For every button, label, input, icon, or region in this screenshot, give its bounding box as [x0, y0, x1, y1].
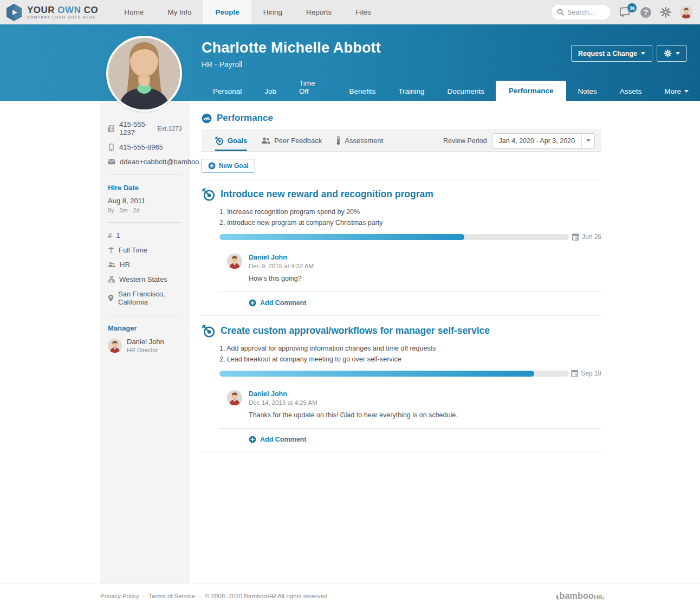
employee-photo[interactable] [106, 36, 182, 112]
privacy-policy-link[interactable]: Privacy Policy [100, 593, 139, 599]
gear-icon [664, 49, 672, 57]
add-comment-button[interactable]: Add Comment [249, 299, 601, 307]
plus-circle-icon [208, 162, 216, 170]
comment-text: How's this going? [249, 275, 314, 282]
goal-item: Create custom approval/workflows for man… [202, 316, 601, 452]
divider [108, 222, 182, 223]
email-icon [108, 159, 115, 165]
performance-gauge-icon [202, 113, 212, 124]
tab-job[interactable]: Job [253, 82, 288, 101]
hash-icon: # [108, 231, 112, 240]
goal-subtask: 1. Increase recognition program spend by… [219, 206, 601, 217]
chevron-down-icon [676, 52, 680, 55]
tab-time-off[interactable]: Time Off [288, 74, 338, 101]
terms-of-service-link[interactable]: Terms of Service [148, 593, 195, 599]
header-gear-button[interactable] [657, 45, 687, 62]
nav-item-home[interactable]: Home [112, 0, 155, 24]
goal-target-icon [202, 324, 216, 338]
nav-item-hiring[interactable]: Hiring [251, 0, 294, 24]
tab-documents[interactable]: Documents [436, 82, 496, 101]
goal-target-icon [202, 187, 216, 202]
nav-item-reports[interactable]: Reports [294, 0, 343, 24]
global-search[interactable] [552, 5, 610, 20]
manager-name[interactable]: Daniel John [127, 338, 164, 346]
tab-more[interactable]: More [653, 82, 700, 101]
settings-gear-icon[interactable] [660, 7, 671, 18]
calendar-icon [572, 233, 579, 241]
comment-text: Thanks for the update on this! Glad to h… [249, 411, 458, 419]
chevron-down-icon [581, 134, 594, 148]
comment-timestamp: Dec 9, 2015 at 4:32 AM [249, 263, 314, 269]
subtab-peer-feedback[interactable]: Peer Feedback [254, 130, 329, 151]
hexagon-play-icon [5, 3, 23, 22]
new-goal-button[interactable]: New Goal [202, 159, 255, 173]
goal-subtasks: 1. Add approval for approving informatio… [219, 343, 601, 365]
people-icon [108, 262, 115, 268]
manager-heading: Manager [108, 324, 182, 332]
company-logo-text: YOUR OWN CO COMPANY LOGO GOES HERE [27, 5, 98, 19]
phone-extension: Ext.1273 [158, 125, 182, 132]
goal-title[interactable]: Introduce new reward and recognition pro… [221, 189, 433, 202]
footer-separator: · [143, 593, 145, 599]
top-navigation-bar: YOUR OWN CO COMPANY LOGO GOES HERE Home … [0, 0, 700, 24]
employee-sidebar: 415-555-1237 Ext.1273 415-555-8965 ddean… [100, 101, 190, 584]
employee-number-row: # 1 [108, 231, 182, 240]
company-logo[interactable]: YOUR OWN CO COMPANY LOGO GOES HERE [0, 0, 106, 24]
review-period-label: Review Period [443, 137, 487, 145]
performance-subtabs: Goals Peer Feedback Assessment Review Pe… [202, 130, 601, 152]
subtab-goals[interactable]: Goals [208, 130, 254, 151]
goal-title[interactable]: Create custom approval/workflows for man… [221, 325, 490, 338]
notification-count-badge: 36 [627, 3, 637, 12]
help-icon[interactable]: ? [640, 7, 651, 18]
manager-avatar [108, 339, 122, 353]
tab-performance[interactable]: Performance [496, 81, 567, 101]
subtab-assessment[interactable]: Assessment [329, 130, 390, 151]
tab-training[interactable]: Training [387, 82, 436, 101]
office-phone-icon [108, 125, 115, 132]
location-pin-icon [108, 294, 114, 302]
review-period-select[interactable]: Jan 4, 2020 - Apr 3, 2020 [492, 133, 595, 148]
bamboohr-logo: bambooHR® [554, 592, 605, 600]
goal-subtask: 1. Add approval for approving informatio… [219, 343, 601, 354]
location-row: San Francisco, California [108, 290, 182, 306]
footer-separator: · [199, 593, 201, 599]
goal-due-date: Sep 18 [571, 370, 601, 377]
nav-item-my-info[interactable]: My Info [155, 0, 203, 24]
goal-comment: Daniel John Dec 14, 2015 at 4:25 AM Than… [227, 390, 601, 419]
commenter-avatar [227, 390, 242, 405]
performance-section-heading: Performance [202, 113, 601, 124]
office-phone-row: 415-555-1237 Ext.1273 [108, 120, 182, 137]
inbox-notifications-button[interactable]: 36 [619, 7, 632, 17]
plus-circle-icon [249, 299, 256, 307]
commenter-avatar [227, 254, 242, 269]
office-phone-number: 415-555-1237 [119, 120, 153, 137]
user-avatar[interactable] [680, 6, 692, 18]
tab-notes[interactable]: Notes [566, 82, 608, 101]
hire-date-value: Aug 8, 2011 [108, 197, 182, 205]
comment-author-link[interactable]: Daniel John [249, 254, 314, 261]
nav-item-files[interactable]: Files [343, 0, 383, 24]
nav-item-people[interactable]: People [203, 0, 251, 24]
divider [219, 428, 601, 429]
search-icon [557, 9, 564, 16]
copyright-text: © 2008–2020 BambooHR All rights reserved… [205, 593, 329, 599]
org-chart-icon [108, 276, 115, 283]
tab-assets[interactable]: Assets [608, 82, 653, 101]
add-comment-button[interactable]: Add Comment [249, 436, 601, 443]
bamboohr-app: YOUR OWN CO COMPANY LOGO GOES HERE Home … [0, 0, 700, 608]
employment-status-row: Full Time [108, 246, 182, 254]
request-a-change-button[interactable]: Request a Change [571, 45, 652, 62]
goal-progress-row: Jun 26 [219, 233, 601, 241]
manager-card[interactable]: Daniel John HR Director [108, 338, 182, 353]
email-address[interactable]: ddean+cabbott@bamboo... [120, 158, 205, 166]
pennant-icon [108, 247, 114, 254]
calendar-icon [571, 370, 578, 377]
search-input[interactable] [567, 9, 605, 16]
page-body: 415-555-1237 Ext.1273 415-555-8965 ddean… [0, 101, 700, 584]
comment-author-link[interactable]: Daniel John [249, 390, 458, 398]
employee-role: HR - Payroll [202, 60, 381, 69]
tab-personal[interactable]: Personal [202, 82, 253, 101]
email-row: ddean+cabbott@bamboo... [108, 158, 182, 166]
divider [108, 174, 182, 175]
tab-benefits[interactable]: Benefits [338, 82, 387, 101]
